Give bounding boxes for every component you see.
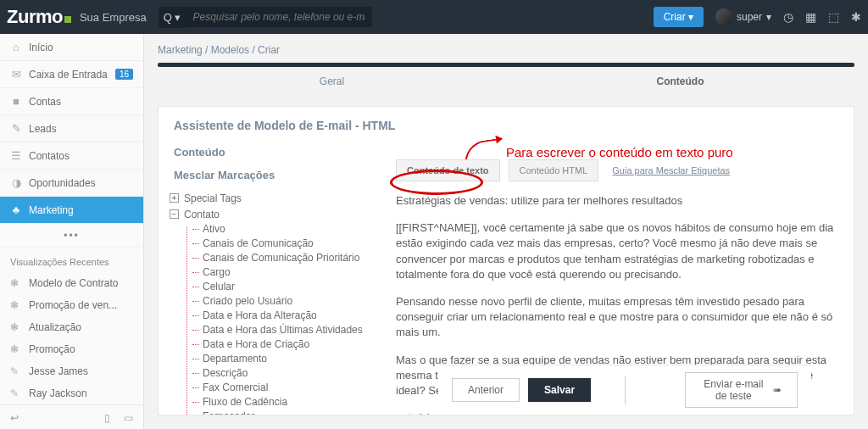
recent-label: Atualização <box>29 321 81 333</box>
tree-item[interactable]: Cargo <box>192 265 377 280</box>
recent-label: Promoção <box>29 343 75 355</box>
home-icon: ⌂ <box>10 41 22 53</box>
marketing-icon: ♣ <box>10 203 22 216</box>
recent-item[interactable]: ❃Promoção de ven... <box>0 294 143 316</box>
tree-item[interactable]: Departamento <box>192 352 377 366</box>
tree-expander-special[interactable]: + <box>170 193 179 203</box>
recent-item[interactable]: ❃Atualização <box>0 316 143 338</box>
clock-icon[interactable]: ◷ <box>783 10 793 24</box>
tree-item[interactable]: Descrição <box>192 366 377 381</box>
nav-label: Contas <box>29 96 61 108</box>
recent-label: Ray Jackson <box>29 387 87 399</box>
contacts-icon: ☰ <box>10 149 22 162</box>
logout-icon[interactable]: ↩ <box>10 412 19 424</box>
badge: 16 <box>115 69 133 80</box>
nav-more[interactable]: ••• <box>0 224 143 248</box>
tree-item[interactable]: Data e Hora da Alteração <box>192 309 377 323</box>
folder-icon: ■ <box>10 95 22 108</box>
nav-label: Leads <box>29 123 57 135</box>
search-scope-dropdown[interactable]: Q ▾ <box>159 7 186 28</box>
tree-item[interactable]: Criado pelo Usuário <box>192 294 377 309</box>
annotation-text: Para escrever o conteúdo em texto puro <box>506 145 733 159</box>
nav-label: Marketing <box>29 204 74 216</box>
section-conteudo: Conteúdo <box>174 146 377 159</box>
calendar-icon[interactable]: ▦ <box>805 10 816 24</box>
recent-item[interactable]: ❃Promoção <box>0 338 143 360</box>
nav-marketing[interactable]: ♣Marketing <box>0 197 143 224</box>
nav-label: Contatos <box>29 150 70 162</box>
panel-title: Assistente de Modelo de E-mail - HTML <box>174 119 838 132</box>
step-conteudo[interactable]: Conteúdo <box>506 67 854 94</box>
merge-guide-link[interactable]: Guia para Mesclar Etiquetas <box>612 165 730 176</box>
tree-item[interactable]: Fornecedor <box>192 410 377 415</box>
recent-label: Promoção de ven... <box>29 299 117 311</box>
body-p3: Pensando nesse novo perfil de cliente, m… <box>396 294 838 341</box>
tree-item[interactable]: Data e Hora de Criação <box>192 337 377 352</box>
merge-tags-column: Conteúdo Mesclar Marcações + Special Tag… <box>174 146 377 415</box>
nav-label: Caixa de Entrada <box>29 69 108 81</box>
tree-item[interactable]: Canais de Comunicação Prioritário <box>192 251 377 265</box>
main-content: Marketing / Modelos / Criar Geral Conteú… <box>144 34 868 429</box>
recent-item[interactable]: ✎Ray Jackson <box>0 382 143 404</box>
user-name-label: super <box>737 11 762 23</box>
tree-root-special[interactable]: Special Tags <box>184 192 242 204</box>
mobile-icon[interactable]: ▯ <box>104 412 110 424</box>
tree-item[interactable]: Fluxo de Cadência <box>192 395 377 410</box>
gear-icon[interactable]: ✱ <box>851 10 861 24</box>
recent-icon: ✎ <box>10 387 22 399</box>
crumb-modelos[interactable]: Modelos <box>211 44 249 56</box>
create-button[interactable]: Criar ▾ <box>654 7 704 27</box>
nav-label: Oportunidades <box>29 177 96 189</box>
crumb-current: Criar <box>258 44 280 56</box>
desktop-icon[interactable]: ▭ <box>124 412 133 424</box>
logo: Zurmo <box>7 6 71 28</box>
tree-root-contato[interactable]: Contato <box>184 209 220 220</box>
nav-oportunidades[interactable]: ◑Oportunidades <box>0 170 143 197</box>
tab-conteudo-texto[interactable]: Conteúdo de texto <box>396 159 500 181</box>
recent-header: Visualizações Recentes <box>0 248 143 272</box>
tree-item[interactable]: Canais de Comunicação <box>192 237 377 251</box>
tree-expander-contato[interactable]: − <box>170 209 179 219</box>
prev-button[interactable]: Anterior <box>452 378 520 402</box>
cube-icon[interactable]: ⬚ <box>828 10 839 24</box>
app-header: Zurmo Sua Empresa Q ▾ Criar ▾ super ▾ ◷ … <box>0 0 868 34</box>
nav-label: Início <box>29 42 53 53</box>
crumb-marketing[interactable]: Marketing <box>158 44 203 56</box>
mail-icon: ✉ <box>10 68 22 81</box>
nav-contas[interactable]: ■Contas <box>0 88 143 115</box>
sidebar: ⌂Início✉Caixa de Entrada16■Contas✎Leads☰… <box>0 34 144 429</box>
user-menu[interactable]: super ▾ <box>715 8 771 25</box>
send-icon: ➠ <box>773 384 782 396</box>
body-p2: [[FIRST^NAME]], você certamente já sabe … <box>396 220 838 282</box>
nav-leads[interactable]: ✎Leads <box>0 115 143 142</box>
nav-contatos[interactable]: ☰Contatos <box>0 142 143 170</box>
action-bar: Anterior Salvar Enviar e-mail de teste ➠ <box>438 365 811 415</box>
tree-item[interactable]: Data e Hora das Últimas Atividades <box>192 323 377 337</box>
opportunities-icon: ◑ <box>10 176 22 189</box>
section-merge: Mesclar Marcações <box>174 169 377 181</box>
tree-item[interactable]: Ativo <box>192 222 377 237</box>
step-geral[interactable]: Geral <box>158 67 506 94</box>
recent-item[interactable]: ✎Jesse James <box>0 360 143 382</box>
separator <box>625 376 626 404</box>
breadcrumb: Marketing / Modelos / Criar <box>144 34 868 63</box>
tree-item[interactable]: Celular <box>192 280 377 294</box>
leads-icon: ✎ <box>10 122 22 135</box>
recent-label: Jesse James <box>29 365 88 377</box>
recent-icon: ❃ <box>10 277 22 289</box>
send-test-email-button[interactable]: Enviar e-mail de teste ➠ <box>685 372 798 408</box>
tree-item[interactable]: Fax Comercial <box>192 381 377 395</box>
recent-icon: ❃ <box>10 343 22 355</box>
recent-item[interactable]: ❃Modelo de Contrato <box>0 272 143 294</box>
body-p1: Estratégias de vendas: utilize para ter … <box>396 193 838 209</box>
recent-icon: ✎ <box>10 365 22 377</box>
nav-início[interactable]: ⌂Início <box>0 34 143 61</box>
sidebar-footer: ↩ ▯ ▭ <box>0 404 143 429</box>
tab-conteudo-html[interactable]: Conteúdo HTML <box>509 159 599 181</box>
search-input[interactable] <box>186 7 372 27</box>
save-button[interactable]: Salvar <box>528 378 591 402</box>
company-name: Sua Empresa <box>80 11 147 24</box>
nav-caixa-de-entrada[interactable]: ✉Caixa de Entrada16 <box>0 61 143 88</box>
recent-label: Modelo de Contrato <box>29 277 118 289</box>
recent-icon: ❃ <box>10 299 22 311</box>
